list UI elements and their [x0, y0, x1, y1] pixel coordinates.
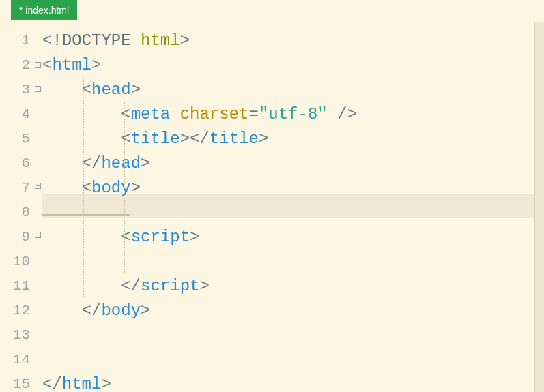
code-line[interactable]: </script> — [42, 274, 544, 299]
code-area[interactable]: <!DOCTYPE html><html> <head> <meta chars… — [42, 22, 544, 392]
editor[interactable]: 123456789101112131415 <!DOCTYPE html><ht… — [0, 22, 544, 392]
indent-guide — [83, 127, 84, 151]
indent-guide — [124, 127, 125, 151]
code-line[interactable]: <meta charset="utf-8" /> — [42, 102, 544, 127]
line-number: 10 — [0, 250, 33, 274]
line-number-gutter: 123456789101112131415 — [0, 22, 33, 392]
line-number: 13 — [0, 323, 33, 348]
fold-toggle-icon[interactable] — [35, 183, 41, 189]
line-number: 15 — [0, 372, 33, 392]
indent-guide — [124, 225, 125, 250]
indent-guide — [124, 102, 125, 127]
indent-guide — [83, 102, 84, 127]
tab-index-html[interactable]: * index.html — [11, 0, 77, 20]
indent-guide — [83, 274, 84, 299]
indent-guide — [83, 250, 84, 274]
code-line[interactable]: <script> — [42, 225, 544, 250]
code-line[interactable]: <title></title> — [42, 127, 544, 151]
code-line[interactable]: <!DOCTYPE html> — [42, 29, 544, 53]
code-line[interactable]: </body> — [42, 299, 544, 323]
cursor-underline — [42, 214, 130, 216]
indent-guide — [83, 200, 84, 225]
code-line[interactable]: <head> — [42, 78, 544, 102]
indent-guide — [124, 151, 125, 176]
code-line[interactable] — [42, 348, 544, 372]
indent-guide — [124, 176, 125, 200]
indent-guide — [83, 176, 84, 200]
line-number: 4 — [0, 102, 33, 127]
indent-guide — [83, 78, 84, 102]
fold-gutter — [33, 22, 42, 392]
indent-guide — [83, 225, 84, 250]
code-line[interactable]: </html> — [42, 372, 544, 392]
line-number: 14 — [0, 348, 33, 372]
code-line[interactable] — [42, 323, 544, 348]
indent-guide — [124, 250, 125, 274]
tab-bar: * index.html — [0, 0, 544, 22]
line-number: 8 — [0, 200, 33, 225]
line-number: 9 — [0, 225, 33, 250]
code-line[interactable]: </head> — [42, 151, 544, 176]
indent-guide — [83, 151, 84, 176]
code-line[interactable]: <body> — [42, 176, 544, 200]
line-number: 1 — [0, 29, 33, 53]
line-number: 11 — [0, 274, 33, 299]
indent-guide — [124, 200, 125, 225]
line-number: 3 — [0, 78, 33, 102]
line-number: 5 — [0, 127, 33, 151]
code-line[interactable] — [42, 200, 544, 225]
line-number: 6 — [0, 151, 33, 176]
fold-toggle-icon[interactable] — [35, 86, 41, 92]
editor-window: * index.html 123456789101112131415 <!DOC… — [0, 0, 544, 392]
line-number: 12 — [0, 299, 33, 323]
code-line[interactable]: <html> — [42, 53, 544, 78]
line-number: 7 — [0, 176, 33, 200]
code-line[interactable] — [42, 250, 544, 274]
line-number: 2 — [0, 53, 33, 78]
fold-toggle-icon[interactable] — [35, 232, 41, 238]
fold-toggle-icon[interactable] — [35, 62, 41, 68]
